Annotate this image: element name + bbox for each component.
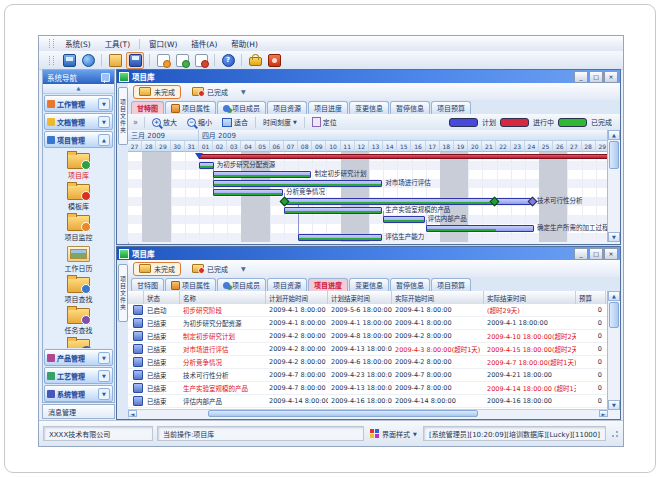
scroll-up-icon[interactable]: ▲ (608, 291, 620, 301)
resize-grip[interactable] (610, 429, 619, 438)
task-bar-生产实验室规模的产品[interactable] (284, 207, 382, 214)
column-header-名称[interactable]: 名称 (180, 291, 266, 304)
zoom-in-button[interactable]: +放大 (149, 116, 180, 128)
project-folder-side-tab[interactable]: 项目文件夹 (118, 87, 128, 145)
project-folder-side-tab[interactable]: 项目文件夹 (118, 264, 128, 322)
table-row[interactable]: 已结束制定初步研究计划2009-4-2 8:00:002009-4-8 18:0… (128, 330, 610, 343)
sidebar-group-系统管理[interactable]: 系统管理▼ (44, 385, 113, 402)
scroll-left-icon[interactable]: ◄ (128, 410, 137, 417)
gantt-window-titlebar[interactable]: 项目库 _ □ × (117, 70, 620, 83)
fit-button[interactable]: 适合 (219, 116, 251, 128)
task-bar-确定生产所需的加工过程[interactable] (426, 225, 534, 232)
zoom-out-button[interactable]: −缩小 (184, 116, 215, 128)
save-button[interactable] (126, 52, 144, 69)
scroll-up-icon[interactable]: ▲ (608, 130, 620, 140)
close-button[interactable]: × (604, 71, 618, 83)
column-header-实际开始时间[interactable]: 实际开始时间 (392, 291, 484, 304)
tab-项目属性[interactable]: 项目属性 (165, 101, 216, 114)
help-button[interactable]: ? (220, 53, 236, 68)
pin-icon[interactable] (101, 73, 110, 82)
chevron-down-icon[interactable]: ▼ (98, 352, 110, 364)
sidebar-group-产品管理[interactable]: 产品管理▼ (44, 349, 113, 366)
scroll-thumb[interactable] (208, 410, 478, 417)
sidebar-item-5[interactable]: 任务查找 (44, 305, 113, 335)
sidebar-collapse-button[interactable]: ▲ (43, 84, 114, 94)
menu-item-0[interactable]: 系统(S) (58, 37, 98, 50)
tab-项目成员[interactable]: 项目成员 (217, 278, 266, 291)
monitor-button[interactable] (61, 53, 77, 68)
scroll-down-icon[interactable]: ▼ (608, 400, 620, 410)
tab-项目预算[interactable]: 项目预算 (431, 278, 471, 291)
sidebar-item-4[interactable]: 项目查找 (44, 274, 113, 304)
view-tab-已完成[interactable]: 已完成 (186, 85, 234, 99)
chevron-down-icon[interactable]: ▼ (98, 98, 110, 110)
minimize-button[interactable]: _ (574, 248, 588, 260)
chevron-up-icon[interactable]: ▲ (98, 134, 110, 146)
task-bar-分析竞争情况[interactable] (213, 189, 283, 196)
tab-甘特图[interactable]: 甘特图 (131, 278, 164, 291)
tab-甘特图[interactable]: 甘特图 (131, 101, 164, 114)
report-delete-button[interactable] (193, 53, 209, 68)
sidebar-item-1[interactable]: 模板库 (44, 181, 113, 211)
tab-变更信息[interactable]: 变更信息 (349, 101, 389, 114)
task-bar-评估内部产品[interactable] (383, 216, 425, 223)
sidebar-item-3[interactable]: 工作日历 (44, 243, 113, 273)
lock-button[interactable] (247, 53, 263, 68)
table-row[interactable]: 已结束分析竞争情况2009-4-2 8:00:002009-4-6 18:00:… (128, 356, 610, 369)
sidebar-item-6[interactable]: 项目文档查找 (44, 336, 113, 348)
report-edit-button[interactable] (174, 53, 190, 68)
tab-暂停信息[interactable]: 暂停信息 (390, 278, 430, 291)
locate-button[interactable]: 定位 (309, 116, 340, 128)
table-window-titlebar[interactable]: 项目库 _ □ × (117, 247, 620, 260)
scroll-thumb[interactable] (609, 302, 619, 328)
table-vertical-scrollbar[interactable]: ▲ ▼ (607, 291, 620, 410)
column-header-实际结束时间[interactable]: 实际结束时间 (484, 291, 576, 304)
tab-项目进度[interactable]: 项目进度 (308, 278, 348, 291)
close-button[interactable]: × (604, 248, 618, 260)
menu-item-3[interactable]: 插件(A) (184, 37, 224, 50)
table-row[interactable]: 已结束评估内部产品2009-4-14 8:00:002009-4-16 18:0… (128, 395, 610, 408)
tab-项目属性[interactable]: 项目属性 (165, 278, 216, 291)
report-new-button[interactable] (155, 53, 171, 68)
maximize-button[interactable]: □ (589, 71, 603, 83)
column-header-预算[interactable]: 预算 (576, 291, 606, 304)
summary-bar-初步研究阶段[interactable] (199, 154, 610, 159)
tab-变更信息[interactable]: 变更信息 (349, 278, 389, 291)
tab-项目成员[interactable]: 项目成员 (217, 101, 266, 114)
chevron-down-icon[interactable]: ▼ (98, 370, 110, 382)
scroll-right-icon[interactable]: ► (599, 410, 608, 417)
task-bar-对市场进行评估[interactable] (213, 180, 382, 187)
tab-项目资源[interactable]: 项目资源 (267, 101, 307, 114)
minimize-button[interactable]: _ (574, 71, 588, 83)
tab-项目资源[interactable]: 项目资源 (267, 278, 307, 291)
scroll-thumb[interactable] (609, 141, 619, 169)
table-row[interactable]: 已启动初步研究阶段2009-4-1 8:00:002009-5-6 18:00:… (128, 304, 610, 317)
sidebar-item-2[interactable]: 项目监控 (44, 212, 113, 242)
interface-style-dropdown[interactable]: 界面样式 ▼ (368, 429, 419, 439)
time-scale-dropdown[interactable]: 时间刻度▼ (260, 116, 300, 128)
menu-item-4[interactable]: 帮助(H) (224, 37, 265, 50)
globe-button[interactable] (80, 53, 96, 68)
chevron-down-icon[interactable]: ▼ (98, 388, 110, 400)
tab-项目预算[interactable]: 项目预算 (431, 101, 471, 114)
sidebar-group-工作管理[interactable]: 工作管理▼ (44, 95, 113, 112)
table-row[interactable]: 已结束技术可行性分析2009-4-7 8:00:002009-4-23 18:0… (128, 369, 610, 382)
more-tabs-icon[interactable]: ▼ (241, 265, 246, 272)
table-row[interactable]: 已结束生产实验室规模的产品2009-4-7 8:00:002009-4-13 1… (128, 382, 610, 395)
exit-button[interactable] (266, 53, 282, 68)
column-header-计划开始时间[interactable]: 计划开始时间 (266, 291, 328, 304)
sidebar-group-项目管理[interactable]: 项目管理▲ (44, 131, 113, 148)
view-tab-已完成[interactable]: 已完成 (186, 262, 234, 276)
sidebar-item-0[interactable]: 项目库 (44, 150, 113, 180)
sidebar-group-工艺管理[interactable]: 工艺管理▼ (44, 367, 113, 384)
task-bar-制定初步研究计划[interactable] (213, 171, 311, 178)
task-bar-为初步研究分配资源[interactable] (199, 162, 214, 169)
maximize-button[interactable]: □ (589, 248, 603, 260)
overflow-chevron-icon[interactable]: » (133, 118, 138, 127)
more-tabs-icon[interactable]: ▼ (241, 88, 246, 95)
table-horizontal-scrollbar[interactable]: ◄ ► (128, 409, 608, 418)
gantt-vertical-scrollbar[interactable]: ▲ ▼ (607, 130, 620, 242)
menu-item-2[interactable]: 窗口(W) (142, 37, 184, 50)
view-tab-未完成[interactable]: 未完成 (133, 85, 181, 99)
tab-项目进度[interactable]: 项目进度 (308, 101, 348, 114)
